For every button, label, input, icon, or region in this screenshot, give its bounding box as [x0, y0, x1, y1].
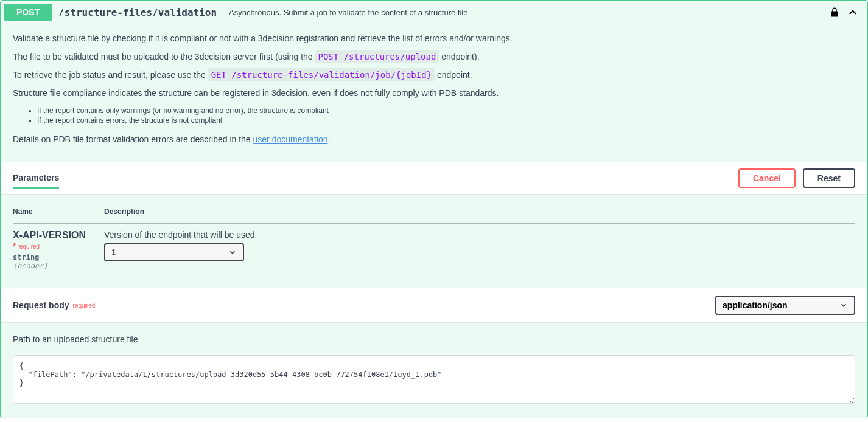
user-documentation-link[interactable]: user documentation: [253, 134, 328, 144]
param-name: X-API-VERSION: [13, 230, 86, 240]
chevron-up-icon[interactable]: [845, 7, 864, 18]
desc-p1: Validate a structure file by checking if…: [13, 33, 855, 43]
endpoint-summary: Asynchronous. Submit a job to validate t…: [223, 8, 824, 17]
operation-block: POST /structure-files/validation Asynchr…: [0, 0, 868, 418]
table-row: X-API-VERSION *required string (header) …: [13, 224, 855, 277]
request-body-textarea[interactable]: [13, 355, 855, 404]
desc-p2: The file to be validated must be uploade…: [13, 52, 855, 61]
parameters-header: Parameters Cancel Reset: [1, 162, 867, 194]
parameters-table: Name Description X-API-VERSION *required…: [1, 194, 867, 288]
request-body-content: Path to an uploaded structure file: [1, 322, 867, 418]
content-type-select[interactable]: application/json: [715, 296, 855, 315]
request-body-header: Request body required application/json: [1, 288, 867, 322]
reset-button[interactable]: Reset: [803, 168, 855, 188]
param-value-select[interactable]: 1: [104, 243, 244, 261]
param-in: (header): [13, 261, 104, 270]
request-body-description: Path to an uploaded structure file: [13, 334, 855, 344]
desc-p4: Structure file compliance indicates the …: [13, 88, 855, 98]
code-upload: POST /structures/upload: [315, 50, 439, 63]
code-jobstatus: GET /structure-files/validation/job/{job…: [208, 68, 435, 81]
desc-p3: To retrieve the job status and result, p…: [13, 70, 855, 80]
param-description: Version of the endpoint that will be use…: [104, 230, 855, 240]
lock-icon[interactable]: [824, 7, 845, 18]
operation-summary[interactable]: POST /structure-files/validation Asynchr…: [1, 1, 867, 24]
required-label: required: [69, 302, 96, 309]
request-body-title: Request body: [13, 300, 69, 310]
required-label: required: [16, 243, 40, 250]
operation-body: Validate a structure file by checking if…: [1, 24, 867, 418]
endpoint-path: /structure-files/validation: [52, 7, 223, 18]
col-header-name: Name: [13, 200, 104, 224]
method-badge: POST: [4, 4, 52, 21]
col-header-description: Description: [104, 200, 855, 224]
desc-li2: If the report contains errors, the struc…: [37, 116, 855, 125]
param-type: string: [13, 251, 104, 261]
desc-p5: Details on PDB file format validation er…: [13, 134, 855, 144]
cancel-button[interactable]: Cancel: [738, 168, 796, 188]
operation-description: Validate a structure file by checking if…: [1, 24, 867, 162]
tab-parameters[interactable]: Parameters: [13, 167, 59, 189]
desc-li1: If the report contains only warnings (or…: [37, 106, 855, 115]
